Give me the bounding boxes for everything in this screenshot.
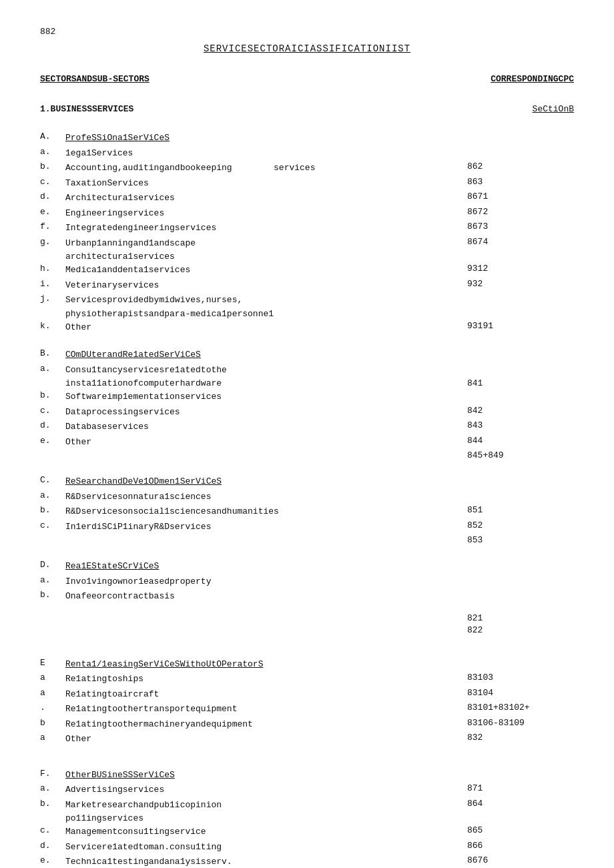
entry-b-extra-code: 845+849 [40,450,574,460]
entry-d-code2: 822 [40,625,574,635]
entry-a-e: e. Engineeringservices 8672 [40,207,574,220]
entry-f-e: e. Technica1testingandana1ysisserv. 8676 [40,855,574,868]
entry-f-c: c. Managementconsu1tingservice 865 [40,825,574,839]
entry-e-dot: . Re1atingtoothertransportequipment 8310… [40,703,574,716]
entry-a-c: c. TaxationServices 863 [40,177,574,190]
entry-e-b: b Re1atingtoothermachineryandequipment 8… [40,718,574,731]
entry-d-a: a. Invo1vingownor1easedproperty [40,575,574,588]
entry-b-d: d. Databaseservices 843 [40,420,574,434]
entry-a-d: d. Architectura1services 8671 [40,191,574,205]
entry-a-j: j. Servicesprovidedbymidwives,nurses, [40,294,574,307]
header-sectors: SECTORSANDSUB-SECTORS [40,74,149,84]
page-number: 882 [40,27,574,37]
page-title: SERVICESECTORAICIASSIFICATIONIIST [40,43,574,54]
entry-c-extra-code: 853 [40,535,574,545]
entry-b-c: c. Dataprocessingservices 842 [40,406,574,419]
entry-a-k: k. Other 93191 [40,321,574,334]
entry-c-b: b. R&Dservicesonsocial1sciencesandhumani… [40,505,574,518]
entry-e-header: E Renta1/1easingSerViCeSWithoUtOPeratorS [40,658,574,671]
entry-b-header: B. COmDUterandRe1atedSerViCeS [40,348,574,362]
section-e: E Renta1/1easingSerViCeSWithoUtOPeratorS… [40,658,574,746]
entry-e-a1: a Re1atingtoships 83103 [40,673,574,686]
entry-a-h: h. Medica1anddenta1services 9312 [40,264,574,277]
section1-header: 1.BUSINESSSERVICES SeCtiOnB [40,104,574,123]
entry-b-a-indent: insta11ationofcomputerhardware 841 [40,378,574,388]
entry-d-code1: 821 [40,613,574,623]
section-c: C. ReSearchandDeVe1ODmen1SerViCeS a. R&D… [40,475,574,545]
section-d: D. Rea1EStateSCrViCeS a. Invo1vingownor1… [40,560,574,635]
entry-a-j-indent: physiotherapistsandpara-medica1personne1 [65,309,574,319]
entry-a-a: a. 1ega1Services [40,147,574,160]
section-e-title: Renta1/1easingSerViCeSWithoUtOPeratorS [65,658,467,671]
section-f-title: OtherBUSineSSSerViCeS [65,769,467,782]
entry-d-b: b. Onafeeorcontractbasis [40,590,574,603]
section-a: A. ProfeSSiOna1SerViCeS a. 1ega1Services… [40,131,574,334]
entry-f-b: b. Marketresearchandpub1icopinion 864 [40,799,574,812]
entry-e-a3: a Other 832 [40,733,574,746]
section1-right: SeCtiOnB [533,104,574,123]
entry-a-g-indent: architectura1services [65,252,574,262]
entry-a-b: b. Accounting,auditingandbookeeping serv… [40,161,574,175]
entry-a-header: A. ProfeSSiOna1SerViCeS [40,131,574,145]
section-b: B. COmDUterandRe1atedSerViCeS a. Consu1t… [40,348,574,460]
entry-f-a: a. Advertisingservices 871 [40,783,574,797]
text-a-a: 1ega1Services [65,147,467,160]
entry-b-a: a. Consu1tancyservicesre1atedtothe [40,364,574,377]
letter-a: A. [40,131,65,141]
entry-b-b: b. Softwareimp1ementationservices [40,390,574,404]
entry-a-g: g. Urbanp1anningand1andscape 8674 [40,237,574,250]
section-d-title: Rea1EStateSCrViCeS [65,560,467,573]
section-c-title: ReSearchandDeVe1ODmen1SerViCeS [65,475,467,488]
entry-a-f: f. Integratedengineeringservices 8673 [40,222,574,235]
header-cpc: CORRESPONDINGCPC [491,74,574,84]
entry-c-c: c. In1erdiSCiP1inaryR&Dservices 852 [40,520,574,534]
sub-b: b. [40,161,65,171]
entry-c-a: a. R&Dservicesonnatura1sciences [40,490,574,504]
code-a-b: 862 [467,161,574,171]
entry-f-header: F. OtherBUSineSSSerViCeS [40,769,574,782]
section-f: F. OtherBUSineSSSerViCeS a. Advertisings… [40,769,574,869]
entry-d-header: D. Rea1EStateSCrViCeS [40,560,574,573]
column-headers: SECTORSANDSUB-SECTORS CORRESPONDINGCPC [40,74,574,84]
entry-c-header: C. ReSearchandDeVe1ODmen1SerViCeS [40,475,574,488]
entry-f-b-indent: po11ingservices [65,813,574,823]
text-a-b: Accounting,auditingandbookeeping service… [65,161,467,175]
entry-a-i: i. Veterinaryservices 932 [40,279,574,292]
sub-a: a. [40,147,65,157]
section-a-title: ProfeSSiOna1SerViCeS [65,131,467,145]
section-b-title: COmDUterandRe1atedSerViCeS [65,348,467,362]
entry-e-a2: a Re1atingtoaircraft 83104 [40,688,574,701]
section1-title: 1.BUSINESSSERVICES [40,104,133,114]
entry-f-d: d. Servicere1atedtoman.consu1ting 866 [40,841,574,854]
entry-b-e: e. Other 844 [40,436,574,449]
